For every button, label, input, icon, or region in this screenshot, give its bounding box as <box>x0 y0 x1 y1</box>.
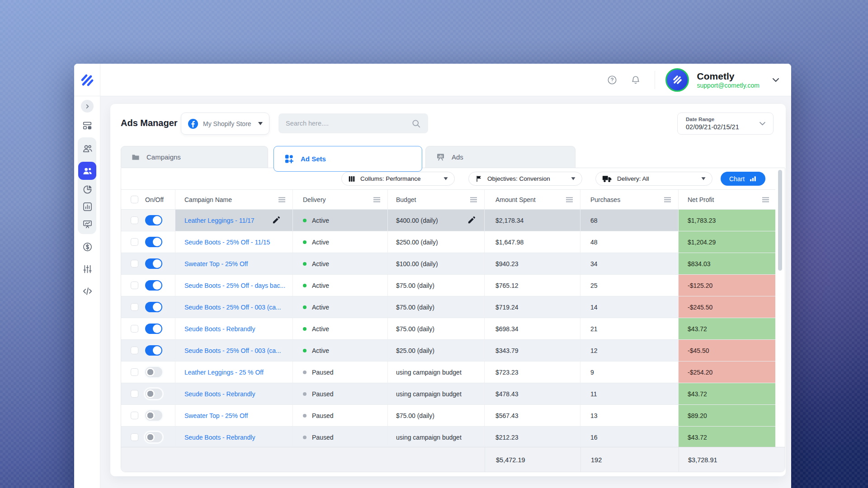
campaign-name-link[interactable]: Sweater Top - 25% Off <box>184 412 248 419</box>
net-profit-value: -$245.50 <box>679 296 776 318</box>
delivery-status: Paused <box>312 390 333 398</box>
campaign-name-link[interactable]: Leather Leggings - 11/17 <box>184 217 255 224</box>
budget-value: $400.00 (daily) <box>396 217 438 224</box>
chart-button[interactable]: Chart <box>721 172 765 186</box>
sidebar-item-developer[interactable] <box>78 282 96 300</box>
campaign-name-link[interactable]: Seude Boots - 25% Off - 003 (ca... <box>184 347 281 354</box>
row-checkbox[interactable] <box>131 282 138 289</box>
total-purchases: 192 <box>580 447 679 472</box>
table-row: Seude Boots - 25% Off - 003 (ca... Activ… <box>121 296 776 318</box>
header-delivery[interactable]: Delivery <box>293 190 388 209</box>
row-checkbox[interactable] <box>131 390 138 398</box>
header-net-profit[interactable]: Net Profit <box>679 190 776 209</box>
sidebar-item-performance[interactable] <box>78 215 96 233</box>
row-checkbox[interactable] <box>131 325 138 333</box>
column-menu-icon[interactable] <box>278 199 285 200</box>
onoff-toggle[interactable] <box>145 237 162 247</box>
sliders-icon <box>83 264 92 274</box>
help-icon[interactable] <box>607 75 618 85</box>
sidebar-item-ad-sets[interactable] <box>78 162 96 180</box>
campaign-name-link[interactable]: Seude Boots - Rebrandly <box>184 390 255 398</box>
row-checkbox[interactable] <box>131 216 138 224</box>
onoff-toggle[interactable] <box>145 432 162 442</box>
sidebar-item-audience[interactable] <box>78 139 96 157</box>
date-range-label: Date Range <box>686 116 759 122</box>
row-checkbox[interactable] <box>131 260 138 267</box>
sidebar-item-reports[interactable] <box>78 197 96 216</box>
row-checkbox[interactable] <box>131 347 138 354</box>
sidebar-item-analytics[interactable] <box>78 180 96 198</box>
date-range-value: 02/09/21-02/15/21 <box>686 123 759 131</box>
notifications-bell-icon[interactable] <box>630 75 641 85</box>
onoff-toggle[interactable] <box>145 215 162 225</box>
table-row: Seude Boots - 25% Off - 11/15 Active $25… <box>121 231 776 253</box>
campaign-name-link[interactable]: Seude Boots - 25% Off - days bac... <box>184 282 285 289</box>
date-range-selector[interactable]: Date Range 02/09/21-02/15/21 <box>677 113 774 135</box>
onoff-toggle[interactable] <box>145 302 162 312</box>
row-checkbox[interactable] <box>131 238 138 246</box>
delivery-status: Paused <box>312 412 333 419</box>
filter-row: Collums: Performance Objectives: Convers… <box>121 168 785 189</box>
folder-icon <box>131 153 140 162</box>
column-menu-icon[interactable] <box>470 199 477 200</box>
onoff-toggle[interactable] <box>145 367 162 377</box>
header-purchases[interactable]: Purchases <box>580 190 679 209</box>
pie-chart-icon <box>82 184 93 195</box>
app-logo[interactable] <box>74 64 100 96</box>
campaign-name-link[interactable]: Seude Boots - 25% Off - 11/15 <box>184 239 270 246</box>
status-dot <box>303 414 307 418</box>
objectives-filter-dropdown[interactable]: Objectives: Conversion <box>468 172 582 186</box>
campaign-name-link[interactable]: Seude Boots - Rebrandly <box>184 434 255 441</box>
ads-board-icon <box>436 152 445 162</box>
store-selector-label: My Shopify Store <box>203 120 252 127</box>
amount-spent-value: $478.43 <box>485 383 580 404</box>
vertical-scrollbar[interactable] <box>778 170 782 271</box>
edit-name-pencil-icon[interactable] <box>272 216 281 226</box>
header-amount-spent[interactable]: Amount Spent <box>485 190 580 209</box>
onoff-toggle[interactable] <box>145 280 162 291</box>
onoff-toggle[interactable] <box>145 258 162 269</box>
sidebar-item-dashboard[interactable] <box>78 117 96 135</box>
campaign-name-link[interactable]: Seude Boots - 25% Off - 003 (ca... <box>184 304 281 311</box>
sidebar-expand-button[interactable] <box>78 97 96 115</box>
truck-icon <box>602 175 612 183</box>
search-input[interactable] <box>286 120 411 127</box>
search-box <box>278 113 428 133</box>
account-menu[interactable]: Cometly support@cometly.com <box>665 68 779 92</box>
budget-value: using campaign budget <box>396 369 462 376</box>
chart-bars-icon <box>749 175 757 183</box>
onoff-toggle[interactable] <box>145 410 162 421</box>
search-icon[interactable] <box>411 119 421 128</box>
row-checkbox[interactable] <box>131 412 138 419</box>
delivery-filter-dropdown[interactable]: Delivery: All <box>595 172 712 186</box>
ad-sets-table: Collums: Performance Objectives: Convers… <box>121 168 785 472</box>
row-checkbox[interactable] <box>131 368 138 376</box>
amount-spent-value: $719.24 <box>485 296 580 318</box>
header-campaign-name[interactable]: Campaign Name <box>175 190 293 209</box>
select-all-checkbox[interactable] <box>131 196 138 203</box>
column-menu-icon[interactable] <box>664 199 671 200</box>
onoff-toggle[interactable] <box>145 324 162 334</box>
tab-ads[interactable]: Ads <box>425 146 576 168</box>
header-budget[interactable]: Budget <box>388 190 485 209</box>
row-checkbox[interactable] <box>131 433 138 441</box>
columns-filter-dropdown[interactable]: Collums: Performance <box>341 172 455 186</box>
column-menu-icon[interactable] <box>762 199 769 200</box>
tab-campaigns[interactable]: Campaigns <box>121 146 268 168</box>
onoff-toggle[interactable] <box>145 389 162 399</box>
account-chevron-down-icon[interactable] <box>772 76 779 84</box>
sidebar-item-billing[interactable] <box>78 238 96 256</box>
tab-ad-sets[interactable]: Ad Sets <box>274 146 422 172</box>
row-checkbox[interactable] <box>131 303 138 311</box>
edit-budget-pencil-icon[interactable] <box>467 216 476 226</box>
store-selector[interactable]: My Shopify Store <box>181 113 269 135</box>
status-dot <box>303 327 307 331</box>
campaign-name-link[interactable]: Leather Leggings - 25 % Off <box>184 369 264 376</box>
onoff-toggle[interactable] <box>145 345 162 356</box>
campaign-name-link[interactable]: Sweater Top - 25% Off <box>184 260 248 267</box>
column-menu-icon[interactable] <box>566 199 573 200</box>
sidebar-item-settings[interactable] <box>78 260 96 278</box>
amount-spent-value: $698.34 <box>485 318 580 339</box>
campaign-name-link[interactable]: Seude Boots - Rebrandly <box>184 325 255 333</box>
column-menu-icon[interactable] <box>373 199 380 200</box>
